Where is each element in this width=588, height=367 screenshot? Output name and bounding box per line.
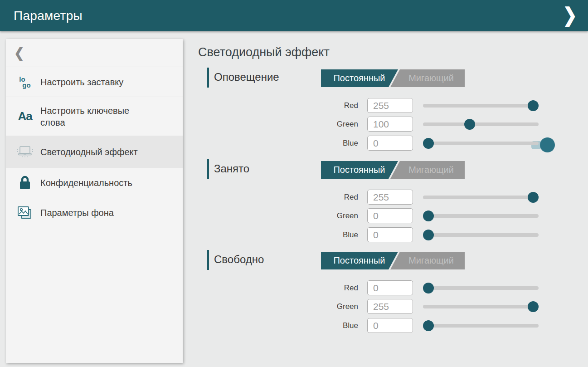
red-slider-thumb[interactable]: [423, 283, 434, 294]
sidebar-item-label: Конфиденциальность: [40, 177, 132, 189]
blue-slider-track[interactable]: [423, 324, 539, 328]
section-accent-bar: [207, 68, 209, 88]
blue-value-input[interactable]: [367, 227, 413, 242]
sidebar-item-label: Настроить заставку: [40, 76, 123, 88]
sidebar-item-privacy[interactable]: Конфиденциальность: [6, 168, 183, 198]
back-chevron-icon: ❮: [14, 45, 24, 61]
sidebar-item-led-effect[interactable]: Светодиодный эффект: [6, 136, 183, 168]
blue-slider-track[interactable]: [423, 233, 539, 237]
sidebar-item-background[interactable]: Параметры фона: [6, 198, 183, 227]
settings-sidebar: ❮ logo Настроить заставку Aa Настроить к…: [6, 39, 183, 363]
green-label: Green: [290, 117, 358, 131]
blue-value-input[interactable]: [367, 136, 413, 151]
green-slider-thumb[interactable]: [423, 210, 434, 221]
blue-slider[interactable]: [423, 318, 539, 333]
blue-slider-track[interactable]: [423, 142, 539, 145]
blue-slider[interactable]: [423, 136, 539, 150]
green-value-input[interactable]: [367, 208, 413, 223]
green-label: Green: [290, 299, 358, 313]
sidebar-item-label: Светодиодный эффект: [40, 146, 138, 158]
red-value-input[interactable]: [367, 280, 413, 295]
red-slider[interactable]: [423, 190, 539, 204]
red-label: Red: [290, 98, 358, 113]
page-title: Параметры: [14, 0, 83, 31]
blue-slider-thumb[interactable]: [423, 320, 434, 331]
content-title: Светодиодный эффект: [198, 45, 330, 59]
green-slider[interactable]: [423, 209, 539, 223]
red-slider-thumb[interactable]: [528, 192, 539, 203]
blue-label: Blue: [290, 136, 358, 150]
lock-icon: [15, 175, 35, 191]
mode-segmented-control: Постоянный Мигающий: [321, 69, 465, 87]
green-slider-thumb[interactable]: [528, 301, 539, 312]
sidebar-item-label: Настроить ключевые слова: [40, 105, 149, 128]
sidebar-item-label: Параметры фона: [40, 207, 114, 219]
section-title: Занято: [214, 162, 249, 175]
blue-label: Blue: [290, 228, 358, 242]
red-slider-thumb[interactable]: [528, 100, 539, 111]
app-header: Параметры ❯: [0, 0, 588, 31]
section-accent-bar: [207, 159, 209, 179]
red-label: Red: [290, 281, 358, 295]
red-slider-track[interactable]: [423, 286, 539, 290]
red-value-input[interactable]: [367, 190, 413, 205]
logo-icon: logo: [15, 76, 35, 88]
mode-segmented-control: Постоянный Мигающий: [321, 252, 465, 269]
forward-chevron-icon[interactable]: ❯: [559, 0, 581, 34]
green-slider-track[interactable]: [423, 122, 539, 126]
sidebar-item-splash-screen[interactable]: logo Настроить заставку: [6, 67, 183, 97]
blue-slider-thumb[interactable]: [423, 138, 434, 149]
red-slider[interactable]: [423, 98, 539, 113]
red-slider[interactable]: [423, 281, 539, 295]
green-label: Green: [290, 209, 358, 223]
green-slider[interactable]: [423, 117, 539, 131]
section-accent-bar: [207, 250, 209, 270]
section-title: Оповещение: [214, 71, 279, 83]
green-slider-track[interactable]: [423, 214, 539, 218]
red-label: Red: [290, 190, 358, 204]
images-icon: [15, 205, 35, 220]
blue-value-input[interactable]: [367, 318, 413, 333]
sidebar-back-button[interactable]: ❮: [6, 39, 183, 67]
red-slider-track[interactable]: [423, 196, 539, 199]
mode-segmented-control: Постоянный Мигающий: [321, 161, 465, 179]
green-value-input[interactable]: [367, 117, 413, 132]
green-slider[interactable]: [423, 299, 539, 313]
led-monitor-icon: [15, 145, 35, 159]
section-title: Свободно: [214, 253, 264, 266]
green-value-input[interactable]: [367, 299, 413, 314]
green-slider-track[interactable]: [423, 305, 539, 308]
sidebar-item-keywords[interactable]: Aa Настроить ключевые слова: [6, 97, 183, 136]
green-slider-thumb[interactable]: [464, 119, 475, 130]
red-slider-track[interactable]: [423, 104, 539, 108]
keywords-aa-icon: Aa: [15, 109, 35, 123]
red-value-input[interactable]: [367, 98, 413, 113]
blue-label: Blue: [290, 318, 358, 333]
blue-slider-thumb[interactable]: [423, 230, 434, 240]
blue-slider[interactable]: [423, 228, 539, 242]
